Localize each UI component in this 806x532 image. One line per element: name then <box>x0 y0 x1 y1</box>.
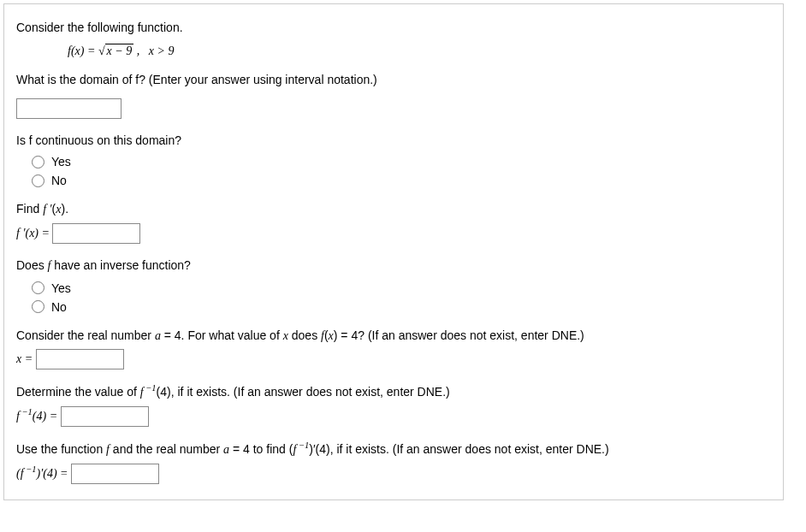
inverse-no[interactable]: No <box>32 300 771 314</box>
inverse-derivative-input-row: (f −1)′(4) = <box>16 463 771 484</box>
intro-text: Consider the following function. <box>16 18 771 37</box>
derivative-label: f ′(x) = <box>16 227 52 239</box>
domain-input[interactable] <box>16 98 121 119</box>
radio-icon <box>32 300 44 313</box>
inverse-derivative-label: (f −1)′(4) = <box>16 467 71 480</box>
function-formula: f(x) = √x − 9 , x > 9 <box>68 44 771 58</box>
inverse-value-question: Determine the value of f −1(4), if it ex… <box>16 381 771 402</box>
sqrt-symbol: √x − 9 <box>98 44 133 58</box>
continuous-question: Is f continuous on this domain? <box>16 131 771 150</box>
domain-input-row <box>16 98 771 119</box>
derivative-input-row: f ′(x) = <box>16 223 771 244</box>
inverse-yes[interactable]: Yes <box>32 281 771 295</box>
radio-label: Yes <box>51 281 71 295</box>
radio-label: Yes <box>51 155 71 168</box>
inverse-value-input-row: f −1(4) = <box>16 405 771 427</box>
inverse-value-input[interactable] <box>61 406 149 427</box>
question-card: Consider the following function. f(x) = … <box>3 3 784 500</box>
radio-label: No <box>51 300 67 314</box>
inverse-value-label: f −1(4) = <box>16 410 61 423</box>
inverse-derivative-question: Use the function f and the real number a… <box>16 439 771 459</box>
continuous-yes[interactable]: Yes <box>32 155 771 168</box>
find-derivative-text: Find f ′(x). <box>16 199 771 219</box>
continuous-no[interactable]: No <box>32 174 771 187</box>
x-value-input[interactable] <box>36 349 124 369</box>
x-equals-label: x = <box>16 352 36 365</box>
real-number-question: Consider the real number a = 4. For what… <box>16 326 771 346</box>
x-value-input-row: x = <box>16 349 771 369</box>
radio-icon <box>32 281 44 294</box>
radio-label: No <box>51 174 67 187</box>
formula-lhs: f(x) = <box>68 44 98 57</box>
inverse-question: Does f have an inverse function? <box>16 256 771 275</box>
radio-icon <box>32 174 44 187</box>
derivative-input[interactable] <box>52 223 140 244</box>
formula-condition: , x > 9 <box>137 44 175 57</box>
radio-icon <box>32 156 44 168</box>
inverse-derivative-input[interactable] <box>71 464 159 484</box>
domain-question: What is the domain of f? (Enter your ans… <box>16 70 771 89</box>
